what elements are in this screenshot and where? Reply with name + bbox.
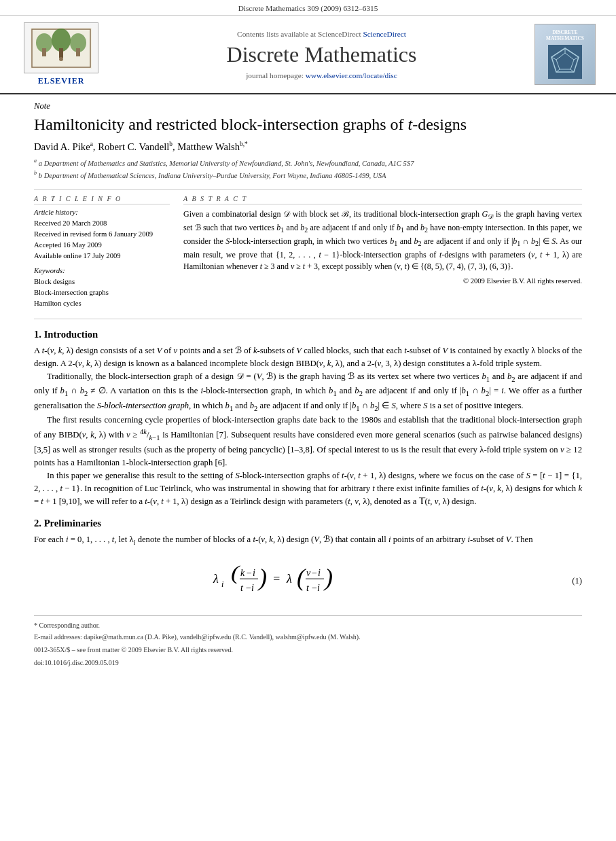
section1-title: 1. Introduction: [34, 329, 582, 340]
article-info-abstract: A R T I C L E I N F O Article history: R…: [34, 195, 582, 309]
svg-text:i: i: [318, 568, 321, 578]
copyright-footer: 0012-365X/$ – see front matter © 2009 El…: [34, 645, 582, 655]
journal-center: Contents lists available at ScienceDirec…: [109, 30, 535, 79]
svg-text:): ): [257, 564, 267, 591]
svg-text:(: (: [297, 564, 306, 591]
svg-text:k: k: [240, 568, 245, 578]
main-content: Note Hamiltonicity and restricted block-…: [0, 94, 616, 681]
journal-thumbnail: DISCRETEMATHEMATICS: [535, 24, 602, 85]
abstract-col: A B S T R A C T Given a combinatorial de…: [183, 195, 582, 309]
svg-text:t: t: [306, 583, 310, 593]
journal-cover-image: DISCRETEMATHEMATICS: [535, 24, 596, 85]
elsevier-logo-area: ELSEVIER: [14, 22, 109, 86]
svg-rect-7: [76, 48, 80, 56]
formula-1-block: λ i ( k − i t − i ) = λ: [34, 556, 582, 606]
abstract-text: Given a combinatorial design 𝒟 with bloc…: [183, 209, 582, 272]
section1-body: A t-(v, k, λ) design consists of a set V…: [34, 344, 582, 508]
paper-title: Hamiltonicity and restricted block-inter…: [34, 114, 582, 135]
article-info-col: A R T I C L E I N F O Article history: R…: [34, 195, 170, 309]
svg-text:i: i: [221, 579, 223, 589]
accepted-date: Accepted 16 May 2009: [34, 241, 102, 249]
elsevier-label: ELSEVIER: [38, 76, 85, 86]
svg-text:λ: λ: [213, 572, 219, 586]
divider-1: [34, 189, 582, 190]
keywords-label: Keywords:: [34, 267, 170, 274]
svg-text:i: i: [317, 583, 320, 593]
article-dates: Received 20 March 2008 Received in revis…: [34, 218, 170, 262]
elsevier-logo-image: [24, 22, 98, 73]
svg-text:v: v: [306, 568, 311, 578]
email-note: E-mail addresses: dapike@math.mun.ca (D.…: [34, 632, 582, 642]
formula-1-number: (1): [572, 576, 582, 586]
svg-text:(: (: [231, 562, 240, 584]
contents-available: Contents lists available at ScienceDirec…: [115, 30, 528, 38]
section2-title: 2. Preliminaries: [34, 518, 582, 529]
svg-text:=: =: [272, 572, 280, 586]
doi-line: doi:10.1016/j.disc.2009.05.019: [34, 658, 582, 668]
svg-text:i: i: [253, 568, 255, 578]
keywords-list: Block designs Block-intersection graphs …: [34, 276, 170, 309]
available-date: Available online 17 July 2009: [34, 252, 121, 260]
received-revised-date: Received in revised form 6 January 2009: [34, 230, 153, 238]
abstract-header: A B S T R A C T: [183, 195, 582, 204]
history-label: Article history:: [34, 209, 170, 216]
footer: * Corresponding author. E-mail addresses…: [34, 615, 582, 668]
keyword-2: Block-intersection graphs: [34, 289, 109, 296]
note-label: Note: [34, 101, 582, 111]
svg-text:t: t: [240, 583, 244, 593]
journal-thumb-svg: [548, 45, 582, 79]
elsevier-logo-svg: [31, 28, 92, 69]
svg-rect-5: [59, 48, 63, 58]
svg-rect-3: [42, 48, 46, 56]
sciencedirect-link[interactable]: ScienceDirect: [363, 30, 406, 38]
keyword-3: Hamilton cycles: [34, 300, 81, 307]
section2-body: For each i = 0, 1, . . . , t, let λi den…: [34, 533, 582, 548]
divider-2: [34, 319, 582, 319]
formula-1-svg: λ i ( k − i t − i ) = λ: [206, 556, 410, 603]
journal-url[interactable]: www.elsevier.com/locate/disc: [306, 71, 397, 79]
corresponding-author-note: * Corresponding author.: [34, 620, 582, 630]
copyright-notice: © 2009 Elsevier B.V. All rights reserved…: [183, 277, 582, 285]
svg-text:i: i: [251, 583, 254, 593]
formula-1: λ i ( k − i t − i ) = λ: [206, 556, 410, 606]
svg-text:): ): [323, 564, 333, 591]
svg-point-4: [52, 29, 71, 52]
affiliations: a a Department of Mathematics and Statis…: [34, 157, 582, 181]
authors-line: David A. Pikea, Robert C. Vandellb, Matt…: [34, 141, 582, 153]
journal-homepage: journal homepage: www.elsevier.com/locat…: [115, 71, 528, 79]
journal-header: ELSEVIER Contents lists available at Sci…: [0, 16, 616, 94]
top-bar: Discrete Mathematics 309 (2009) 6312–631…: [0, 0, 616, 16]
keyword-1: Block designs: [34, 278, 75, 285]
svg-text:−: −: [311, 568, 317, 578]
journal-citation: Discrete Mathematics 309 (2009) 6312–631…: [238, 4, 378, 12]
received-date: Received 20 March 2008: [34, 219, 107, 227]
svg-point-8: [59, 57, 63, 61]
journal-title: Discrete Mathematics: [115, 42, 528, 67]
svg-text:−: −: [246, 568, 252, 578]
svg-text:λ: λ: [286, 572, 292, 586]
article-info-header: A R T I C L E I N F O: [34, 195, 170, 204]
